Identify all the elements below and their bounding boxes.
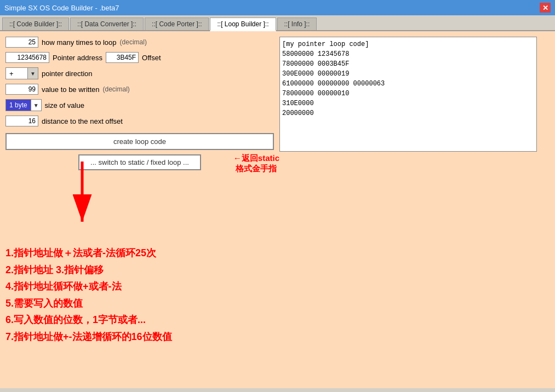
tab-code-porter[interactable]: ::[ Code Porter ]:: (145, 18, 209, 30)
create-loop-button[interactable]: create loop code (5, 133, 274, 150)
code-line-2: 78000000 0003B45F (282, 59, 534, 69)
loop-count-label: how many times to loop (42, 38, 117, 47)
title-bar: Simple SX OS Code Builder - .beta7 ✕ (0, 0, 555, 15)
pointer-address-input[interactable] (5, 52, 49, 63)
size-value-label: size of value (45, 101, 84, 109)
code-line-1: 58000000 12345678 (282, 49, 534, 59)
distance-row: distance to the next offset (5, 116, 274, 126)
create-button-row: create loop code (5, 131, 274, 150)
switch-row: ... switch to static / fixed loop ... ←返… (5, 154, 274, 170)
distance-input[interactable] (5, 116, 38, 126)
annotation-line-0: 1.指针地址做＋法或者-法循环25次 (5, 245, 172, 262)
form-left: how many times to loop (decimal) Pointer… (5, 37, 274, 170)
size-value-text: 1 byte (6, 100, 31, 111)
code-line-6: 310E0000 (282, 99, 534, 108)
pointer-direction-value: + (6, 68, 27, 79)
down-arrow-icon (60, 162, 104, 233)
value-write-hint: (decimal) (103, 85, 130, 93)
value-write-input[interactable] (5, 84, 38, 95)
distance-label: distance to the next offset (42, 117, 123, 125)
tab-bar: ::[ Code Builder ]:: ::[ Data Converter … (0, 15, 555, 31)
switch-note: ←返回static 格式金手指 (233, 153, 279, 174)
annotation-line-3: 5.需要写入的数值 (5, 295, 172, 312)
form-area: how many times to loop (decimal) Pointer… (5, 37, 550, 170)
code-line-3: 300E0000 00000019 (282, 69, 534, 79)
offset-input[interactable] (106, 52, 139, 63)
offset-label: Offset (142, 54, 161, 62)
tab-info[interactable]: ::[ Info ]:: (277, 18, 317, 30)
pointer-direction-label: pointer direction (42, 70, 93, 78)
code-line-5: 78000000 00000010 (282, 89, 534, 99)
main-content: how many times to loop (decimal) Pointer… (0, 31, 555, 388)
loop-count-row: how many times to loop (decimal) (5, 37, 274, 48)
pointer-direction-row: + ▼ pointer direction (5, 67, 274, 79)
title-text: Simple SX OS Code Builder - .beta7 (4, 4, 119, 12)
code-output: [my pointer loop code] 58000000 12345678… (279, 37, 537, 152)
pointer-direction-dropdown[interactable]: + ▼ (5, 67, 38, 79)
annotation-line-5: 7.指针地址做+-法递增循环的16位数值 (5, 328, 172, 345)
value-write-row: value to be written (decimal) (5, 84, 274, 95)
size-value-dropdown[interactable]: 1 byte ▼ (5, 99, 42, 111)
tab-data-converter[interactable]: ::[ Data Converter ]:: (70, 18, 144, 30)
red-arrow-area (60, 162, 104, 234)
pointer-address-row: Pointer address Offset (5, 52, 274, 63)
tab-loop-builder[interactable]: ::[ Loop Builder ]:: (210, 18, 276, 31)
annotation-area: 1.指针地址做＋法或者-法循环25次 2.指针地址 3.指针偏移 4.指针地址循… (5, 245, 172, 345)
code-line-4: 61000000 00000000 00000063 (282, 79, 534, 89)
code-line-0: [my pointer loop code] (282, 39, 534, 49)
size-value-row: 1 byte ▼ size of value (5, 99, 274, 111)
chevron-down-icon: ▼ (31, 100, 41, 111)
tab-code-builder[interactable]: ::[ Code Builder ]:: (2, 18, 69, 30)
close-button[interactable]: ✕ (540, 3, 551, 13)
loop-count-hint: (decimal) (120, 38, 147, 46)
loop-count-input[interactable] (5, 37, 38, 48)
code-line-7: 20000000 (282, 108, 534, 118)
pointer-address-label: Pointer address (53, 54, 102, 62)
value-write-label: value to be written (42, 85, 100, 94)
annotation-line-4: 6.写入数值的位数，1字节或者... (5, 312, 172, 328)
chevron-down-icon: ▼ (27, 68, 38, 79)
annotation-line-2: 4.指针地址循环做+或者-法 (5, 278, 172, 295)
annotation-line-1: 2.指针地址 3.指针偏移 (5, 262, 172, 279)
